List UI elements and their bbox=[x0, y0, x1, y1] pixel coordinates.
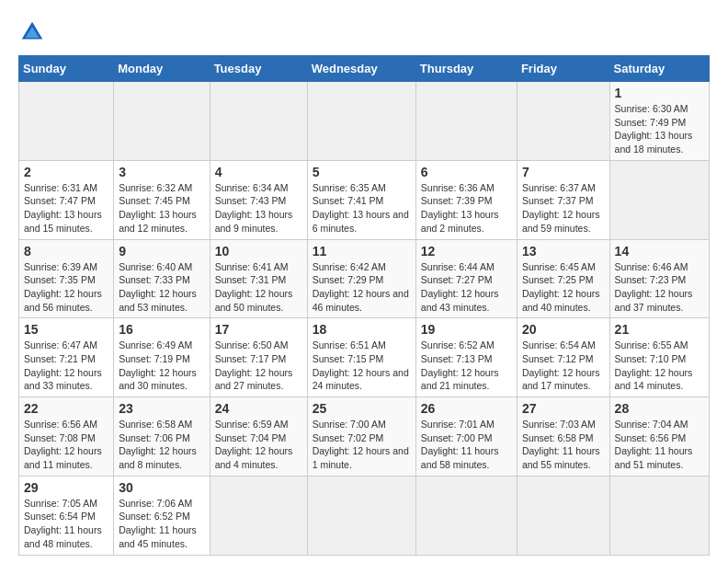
day-number: 4 bbox=[215, 165, 302, 179]
calendar-cell: 25Sunrise: 7:00 AMSunset: 7:02 PMDayligh… bbox=[307, 397, 415, 477]
day-info: Sunrise: 6:45 AMSunset: 7:25 PMDaylight:… bbox=[522, 261, 600, 313]
calendar-cell: 21Sunrise: 6:55 AMSunset: 7:10 PMDayligh… bbox=[609, 318, 709, 397]
calendar-cell: 5Sunrise: 6:35 AMSunset: 7:41 PMDaylight… bbox=[307, 160, 415, 239]
day-info: Sunrise: 6:34 AMSunset: 7:43 PMDaylight:… bbox=[215, 182, 293, 234]
day-number: 15 bbox=[24, 322, 108, 337]
calendar-cell bbox=[609, 476, 709, 555]
day-info: Sunrise: 7:00 AMSunset: 7:02 PMDaylight:… bbox=[313, 419, 409, 470]
calendar-week: 1Sunrise: 6:30 AMSunset: 7:49 PMDaylight… bbox=[19, 82, 710, 161]
day-number: 22 bbox=[24, 401, 108, 416]
day-info: Sunrise: 7:04 AMSunset: 6:56 PMDaylight:… bbox=[615, 419, 693, 470]
day-number: 7 bbox=[522, 165, 605, 179]
calendar-cell: 12Sunrise: 6:44 AMSunset: 7:27 PMDayligh… bbox=[415, 239, 517, 318]
header-day: Monday bbox=[114, 56, 210, 82]
day-number: 11 bbox=[313, 244, 411, 259]
calendar-cell: 20Sunrise: 6:54 AMSunset: 7:12 PMDayligh… bbox=[517, 318, 609, 397]
day-number: 26 bbox=[421, 401, 512, 416]
day-number: 28 bbox=[615, 401, 704, 416]
day-number: 19 bbox=[421, 322, 512, 337]
calendar-cell: 24Sunrise: 6:59 AMSunset: 7:04 PMDayligh… bbox=[210, 397, 307, 477]
calendar-cell bbox=[114, 82, 210, 161]
calendar-cell: 13Sunrise: 6:45 AMSunset: 7:25 PMDayligh… bbox=[517, 239, 609, 318]
day-number: 12 bbox=[421, 244, 512, 259]
calendar-cell: 11Sunrise: 6:42 AMSunset: 7:29 PMDayligh… bbox=[307, 239, 415, 318]
calendar-cell bbox=[609, 160, 709, 239]
calendar-cell: 22Sunrise: 6:56 AMSunset: 7:08 PMDayligh… bbox=[19, 397, 114, 477]
calendar-week: 2Sunrise: 6:31 AMSunset: 7:47 PMDaylight… bbox=[19, 160, 710, 239]
day-number: 9 bbox=[119, 244, 204, 259]
day-info: Sunrise: 6:39 AMSunset: 7:35 PMDaylight:… bbox=[24, 261, 102, 313]
day-info: Sunrise: 6:40 AMSunset: 7:33 PMDaylight:… bbox=[119, 261, 197, 313]
calendar-week: 29Sunrise: 7:05 AMSunset: 6:54 PMDayligh… bbox=[19, 476, 710, 555]
calendar-cell: 17Sunrise: 6:50 AMSunset: 7:17 PMDayligh… bbox=[210, 318, 307, 397]
header-day: Tuesday bbox=[210, 56, 307, 82]
day-number: 25 bbox=[313, 401, 411, 416]
day-info: Sunrise: 6:42 AMSunset: 7:29 PMDaylight:… bbox=[313, 261, 409, 313]
calendar-cell bbox=[517, 476, 609, 555]
header-day: Thursday bbox=[415, 56, 517, 82]
day-number: 18 bbox=[313, 322, 411, 337]
day-info: Sunrise: 7:05 AMSunset: 6:54 PMDaylight:… bbox=[24, 498, 102, 549]
calendar-cell bbox=[307, 82, 415, 161]
day-number: 8 bbox=[24, 244, 108, 259]
day-info: Sunrise: 6:51 AMSunset: 7:15 PMDaylight:… bbox=[313, 339, 409, 391]
day-info: Sunrise: 6:32 AMSunset: 7:45 PMDaylight:… bbox=[119, 182, 197, 234]
day-number: 3 bbox=[119, 165, 204, 179]
header-day: Friday bbox=[517, 56, 609, 82]
calendar-cell: 15Sunrise: 6:47 AMSunset: 7:21 PMDayligh… bbox=[19, 318, 114, 397]
day-info: Sunrise: 6:50 AMSunset: 7:17 PMDaylight:… bbox=[215, 339, 293, 391]
calendar-cell bbox=[210, 82, 307, 161]
day-info: Sunrise: 6:31 AMSunset: 7:47 PMDaylight:… bbox=[24, 182, 102, 234]
day-info: Sunrise: 7:01 AMSunset: 7:00 PMDaylight:… bbox=[421, 419, 499, 470]
calendar-cell bbox=[517, 82, 609, 161]
calendar-cell bbox=[19, 82, 114, 161]
calendar-cell: 9Sunrise: 6:40 AMSunset: 7:33 PMDaylight… bbox=[114, 239, 210, 318]
calendar-week: 8Sunrise: 6:39 AMSunset: 7:35 PMDaylight… bbox=[19, 239, 710, 318]
day-number: 27 bbox=[522, 401, 605, 416]
day-info: Sunrise: 6:58 AMSunset: 7:06 PMDaylight:… bbox=[119, 419, 197, 470]
day-info: Sunrise: 6:41 AMSunset: 7:31 PMDaylight:… bbox=[215, 261, 293, 313]
calendar-cell: 29Sunrise: 7:05 AMSunset: 6:54 PMDayligh… bbox=[19, 476, 114, 555]
day-info: Sunrise: 6:44 AMSunset: 7:27 PMDaylight:… bbox=[421, 261, 499, 313]
day-number: 13 bbox=[522, 244, 605, 259]
calendar-cell: 6Sunrise: 6:36 AMSunset: 7:39 PMDaylight… bbox=[415, 160, 517, 239]
day-number: 29 bbox=[24, 480, 108, 495]
calendar-cell: 1Sunrise: 6:30 AMSunset: 7:49 PMDaylight… bbox=[609, 82, 709, 161]
day-number: 6 bbox=[421, 165, 512, 179]
calendar-cell: 30Sunrise: 7:06 AMSunset: 6:52 PMDayligh… bbox=[114, 476, 210, 555]
calendar-cell bbox=[415, 476, 517, 555]
day-info: Sunrise: 6:56 AMSunset: 7:08 PMDaylight:… bbox=[24, 419, 102, 470]
day-number: 1 bbox=[615, 86, 704, 100]
logo bbox=[18, 18, 50, 46]
calendar-week: 22Sunrise: 6:56 AMSunset: 7:08 PMDayligh… bbox=[19, 397, 710, 477]
calendar-cell: 8Sunrise: 6:39 AMSunset: 7:35 PMDaylight… bbox=[19, 239, 114, 318]
calendar-cell: 4Sunrise: 6:34 AMSunset: 7:43 PMDaylight… bbox=[210, 160, 307, 239]
calendar-cell: 7Sunrise: 6:37 AMSunset: 7:37 PMDaylight… bbox=[517, 160, 609, 239]
calendar-cell: 26Sunrise: 7:01 AMSunset: 7:00 PMDayligh… bbox=[415, 397, 517, 477]
calendar-cell: 2Sunrise: 6:31 AMSunset: 7:47 PMDaylight… bbox=[19, 160, 114, 239]
calendar-cell: 23Sunrise: 6:58 AMSunset: 7:06 PMDayligh… bbox=[114, 397, 210, 477]
day-info: Sunrise: 6:36 AMSunset: 7:39 PMDaylight:… bbox=[421, 182, 499, 234]
day-info: Sunrise: 6:52 AMSunset: 7:13 PMDaylight:… bbox=[421, 339, 499, 391]
day-info: Sunrise: 7:03 AMSunset: 6:58 PMDaylight:… bbox=[522, 419, 600, 470]
day-number: 16 bbox=[119, 322, 204, 337]
calendar-header: SundayMondayTuesdayWednesdayThursdayFrid… bbox=[19, 56, 710, 82]
calendar-week: 15Sunrise: 6:47 AMSunset: 7:21 PMDayligh… bbox=[19, 318, 710, 397]
day-info: Sunrise: 6:54 AMSunset: 7:12 PMDaylight:… bbox=[522, 339, 600, 391]
day-info: Sunrise: 6:35 AMSunset: 7:41 PMDaylight:… bbox=[313, 182, 409, 234]
calendar-cell: 27Sunrise: 7:03 AMSunset: 6:58 PMDayligh… bbox=[517, 397, 609, 477]
day-number: 14 bbox=[615, 244, 704, 259]
day-info: Sunrise: 6:37 AMSunset: 7:37 PMDaylight:… bbox=[522, 182, 600, 234]
day-number: 17 bbox=[215, 322, 302, 337]
calendar-cell: 14Sunrise: 6:46 AMSunset: 7:23 PMDayligh… bbox=[609, 239, 709, 318]
day-info: Sunrise: 6:47 AMSunset: 7:21 PMDaylight:… bbox=[24, 339, 102, 391]
day-info: Sunrise: 7:06 AMSunset: 6:52 PMDaylight:… bbox=[119, 498, 197, 549]
day-info: Sunrise: 6:46 AMSunset: 7:23 PMDaylight:… bbox=[615, 261, 693, 313]
calendar-cell: 3Sunrise: 6:32 AMSunset: 7:45 PMDaylight… bbox=[114, 160, 210, 239]
calendar-cell: 19Sunrise: 6:52 AMSunset: 7:13 PMDayligh… bbox=[415, 318, 517, 397]
logo-icon bbox=[18, 18, 46, 46]
header-row: SundayMondayTuesdayWednesdayThursdayFrid… bbox=[19, 56, 710, 82]
calendar-cell: 16Sunrise: 6:49 AMSunset: 7:19 PMDayligh… bbox=[114, 318, 210, 397]
day-info: Sunrise: 6:30 AMSunset: 7:49 PMDaylight:… bbox=[615, 103, 693, 155]
day-info: Sunrise: 6:59 AMSunset: 7:04 PMDaylight:… bbox=[215, 419, 293, 470]
